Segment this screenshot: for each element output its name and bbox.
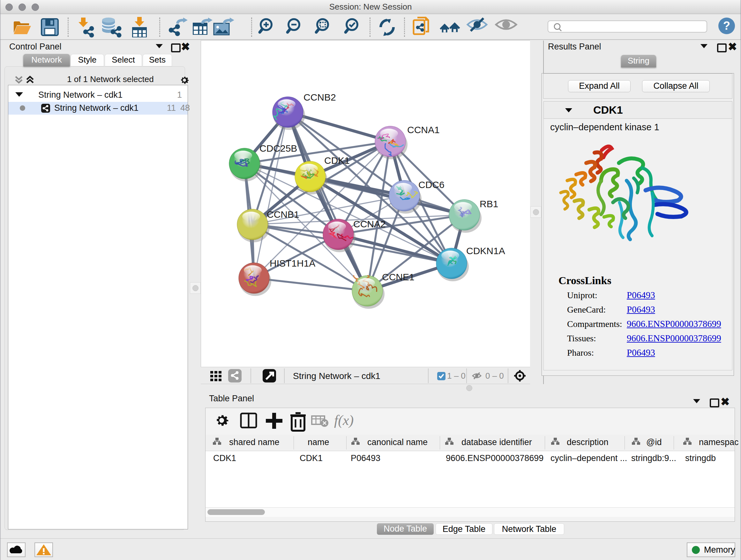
svg-text:String Network – cdk1: String Network – cdk1 <box>293 371 381 381</box>
svg-text:CDC6: CDC6 <box>418 179 445 190</box>
svg-text:CCNE1: CCNE1 <box>382 272 414 282</box>
svg-text:RB1: RB1 <box>480 199 498 209</box>
svg-text:0 – 0: 0 – 0 <box>485 371 504 381</box>
svg-text:CDK1: CDK1 <box>324 155 350 166</box>
svg-text:CDKN1A: CDKN1A <box>466 246 505 256</box>
svg-text:CDC25B: CDC25B <box>259 143 297 153</box>
svg-text:1 – 0: 1 – 0 <box>447 371 466 381</box>
svg-text:HIST1H1A: HIST1H1A <box>270 258 315 268</box>
svg-text:CCNB1: CCNB1 <box>267 209 299 220</box>
svg-text:CCNA1: CCNA1 <box>407 125 440 135</box>
svg-text:CCNB2: CCNB2 <box>304 92 336 103</box>
svg-text:f(x): f(x) <box>334 413 354 428</box>
svg-text:?: ? <box>723 19 730 32</box>
svg-text:CCNA2: CCNA2 <box>353 219 386 229</box>
